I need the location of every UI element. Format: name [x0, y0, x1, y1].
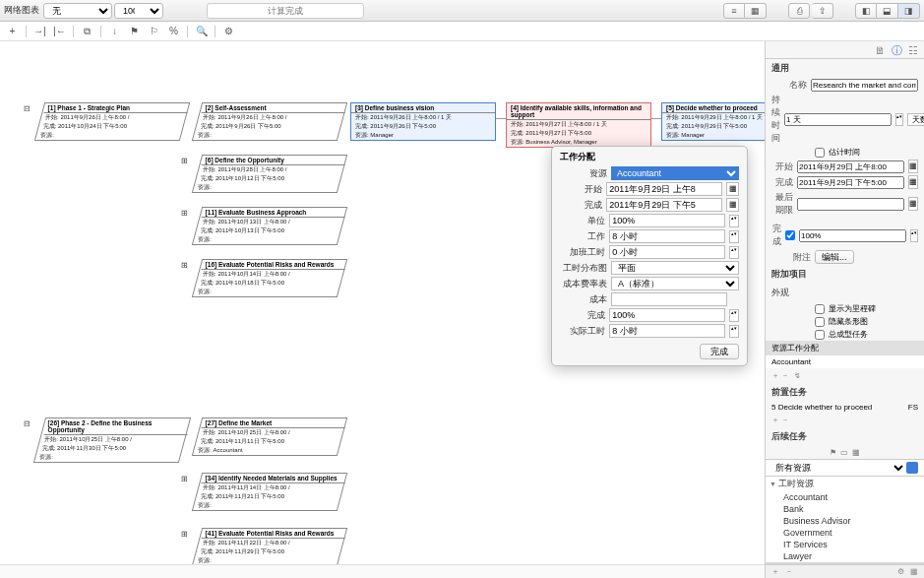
search-input[interactable] — [207, 3, 364, 19]
indent-left-icon[interactable]: |← — [51, 25, 68, 38]
task-card[interactable]: [16] Evaluate Potential Risks and Reward… — [192, 259, 347, 297]
grid-icon[interactable]: ▦ — [910, 567, 918, 576]
edit-note-button[interactable]: 编辑... — [815, 250, 854, 264]
assign-resource-btn[interactable] — [906, 462, 918, 474]
cost-table-select[interactable]: A（标准） — [611, 277, 739, 290]
start-field[interactable] — [797, 161, 904, 173]
remove-icon[interactable]: － — [781, 416, 789, 424]
task-card[interactable]: [34] Identify Needed Materials and Suppl… — [192, 473, 347, 511]
task-card[interactable]: [41] Evaluate Potential Risks and Reward… — [192, 528, 347, 566]
task-card[interactable]: [4] Identify available skills, informati… — [506, 102, 651, 148]
calendar-icon[interactable]: ▦ — [726, 182, 739, 196]
task-card[interactable]: [6] Define the Opportunity开始: 2011年9月28日… — [192, 155, 347, 193]
summary-check[interactable] — [815, 330, 825, 340]
task-card[interactable]: [3] Define business vision开始: 2011年9月26日… — [350, 102, 496, 141]
zoom-select[interactable]: 100% — [114, 3, 163, 19]
tab-info-icon[interactable]: 🗎 — [875, 41, 886, 58]
hidebar-check[interactable] — [815, 317, 825, 327]
calendar-icon[interactable]: ▦ — [908, 160, 918, 173]
contour-select[interactable]: 平面 — [611, 261, 739, 275]
resource-item[interactable]: Bank — [766, 503, 924, 515]
name-field[interactable] — [811, 79, 918, 92]
add-icon[interactable]: ＋ — [771, 416, 779, 424]
stepper-icon[interactable]: ▴▾ — [895, 113, 903, 126]
disclosure-icon[interactable]: ⊞ — [181, 157, 188, 165]
estimate-checkbox[interactable] — [815, 148, 825, 158]
unit-field[interactable] — [609, 214, 725, 227]
calendar-icon[interactable]: ▦ — [908, 175, 918, 189]
ot-field[interactable] — [609, 245, 725, 259]
stepper-icon[interactable]: ▴▾ — [910, 229, 918, 242]
work-stepper-icon[interactable]: ▴▾ — [729, 230, 739, 243]
flag-icon[interactable]: ⚐ — [146, 25, 162, 38]
actual-field[interactable] — [609, 324, 725, 338]
unit-stepper-icon[interactable]: ▴▾ — [729, 215, 739, 227]
all-resources-select[interactable]: 所有资源 — [771, 462, 906, 474]
done-button[interactable]: 完成 — [700, 344, 739, 359]
action1-icon[interactable]: ↓ — [106, 25, 123, 38]
cost-field[interactable] — [611, 292, 727, 306]
task-card[interactable]: [5] Decide whether to proceed开始: 2011年9月… — [661, 102, 765, 141]
add-icon[interactable]: ＋ — [771, 371, 779, 380]
add-icon[interactable]: ＋ — [771, 566, 779, 577]
work-field[interactable] — [609, 229, 725, 243]
link-icon[interactable]: ⧉ — [79, 25, 95, 38]
person-icon[interactable]: ⚑ — [126, 25, 143, 38]
gear-icon[interactable]: ⚙ — [897, 567, 904, 576]
calendar-view-btn[interactable]: ▦ — [745, 3, 767, 19]
actual-stepper-icon[interactable]: ▴▾ — [729, 325, 739, 338]
duration-field[interactable] — [784, 113, 892, 126]
resource-item[interactable]: Business Advisor — [766, 515, 924, 527]
print-btn[interactable]: ⎙ — [788, 3, 810, 19]
left-panel-btn[interactable]: ◧ — [855, 3, 877, 19]
succ-icon2[interactable]: ▭ — [840, 448, 848, 457]
ot-stepper-icon[interactable]: ▴▾ — [729, 246, 739, 259]
start-field[interactable] — [606, 182, 722, 196]
resource-item[interactable]: Government — [766, 527, 924, 539]
calendar-icon[interactable]: ▦ — [726, 198, 739, 212]
remove-icon[interactable]: － — [781, 371, 789, 380]
disclosure-icon[interactable]: ⊞ — [181, 209, 188, 218]
indent-right-icon[interactable]: →| — [31, 25, 48, 38]
percent-icon[interactable]: % — [165, 25, 182, 38]
share-btn[interactable]: ⇪ — [812, 3, 833, 19]
complete-field[interactable] — [609, 308, 725, 322]
complete-check[interactable] — [785, 230, 795, 240]
resource-item[interactable]: Lawyer — [766, 550, 924, 562]
succ-icon1[interactable]: ⚑ — [830, 448, 836, 457]
resource-group[interactable]: 工时资源 — [766, 477, 924, 491]
task-card[interactable]: [2] Self-Assessment开始: 2011年9月26日 上午8:00… — [192, 102, 347, 141]
assigned-resource[interactable]: Accountant — [766, 355, 924, 368]
bottom-panel-btn[interactable]: ⬓ — [877, 3, 898, 19]
task-card[interactable]: [11] Evaluate Business Approach开始: 2011年… — [192, 207, 347, 245]
task-card[interactable]: [26] Phase 2 - Define the Business Oppor… — [33, 417, 191, 463]
group-select[interactable]: 无 — [43, 3, 112, 19]
task-card[interactable]: [27] Define the Market开始: 2011年10月25日 上午… — [192, 417, 347, 456]
magnify-icon[interactable]: 🔍 — [193, 25, 210, 38]
list-view-btn[interactable]: ≡ — [723, 3, 745, 19]
resource-item[interactable]: Accountant — [766, 491, 924, 503]
finish-field[interactable] — [797, 176, 904, 189]
assign-icon[interactable]: ↯ — [794, 371, 801, 380]
duration-unit[interactable]: 天数 — [907, 113, 924, 126]
resource-select[interactable]: Accountant — [611, 166, 739, 180]
disclosure-icon[interactable]: ⊞ — [181, 261, 188, 270]
disclosure-icon[interactable]: ⊞ — [181, 530, 188, 539]
complete-stepper-icon[interactable]: ▴▾ — [729, 309, 739, 322]
complete-pct[interactable] — [799, 229, 906, 242]
tab-style-icon[interactable]: ☷ — [908, 41, 918, 58]
disclosure-icon[interactable]: ⊞ — [181, 475, 188, 483]
add-icon[interactable]: + — [4, 25, 21, 38]
remove-icon[interactable]: － — [785, 566, 793, 577]
predecessor-item[interactable]: 5 Decide whether to proceed — [771, 403, 872, 412]
disclosure-icon[interactable]: ⊟ — [24, 104, 31, 113]
settings-icon[interactable]: ⚙ — [220, 25, 237, 38]
calendar-icon[interactable]: ▦ — [908, 197, 918, 211]
deadline-field[interactable] — [797, 198, 904, 211]
disclosure-icon[interactable]: ⊟ — [24, 419, 31, 428]
succ-icon3[interactable]: ▦ — [852, 448, 860, 457]
tab-inspect-icon[interactable]: ⓘ — [892, 41, 902, 58]
resource-item[interactable]: IT Services — [766, 539, 924, 550]
milestone-check[interactable] — [815, 304, 825, 314]
finish-field[interactable] — [606, 198, 722, 212]
